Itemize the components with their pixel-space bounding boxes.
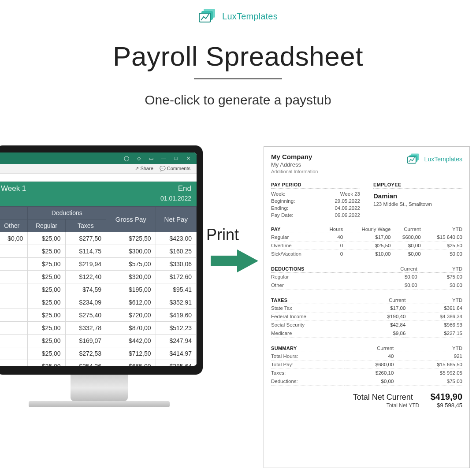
paystub-logo-text: LuxTemplates (424, 156, 462, 163)
col-gross: Gross Pay (106, 207, 156, 232)
table-row: Sick/Vacation0$10,00$0,00$0,00 (271, 250, 462, 258)
pp-week-v: Week 23 (340, 191, 360, 197)
table-row: Social Security$42,84$986,93 (271, 321, 462, 329)
table-row: State Tax$17,00$391,64 (271, 304, 462, 312)
table-row[interactable]: $25,00$219,94$575,00$330,06 (0, 258, 197, 271)
title-underline (194, 78, 282, 79)
window-minimize-icon[interactable]: — (160, 155, 167, 161)
company-info: Additional Information (271, 169, 318, 174)
table-row: Overtime0$25,50$0,00$25,50 (271, 242, 462, 250)
paystub-document: My Company My Address Additional Informa… (264, 146, 470, 468)
pay-table: PAY Hours Hourly Wage Current YTD Regula… (271, 226, 462, 258)
table-row[interactable]: $25,00$254,36$665,00$385,64 (0, 360, 197, 366)
table-row[interactable]: $25,00$272,53$712,50$414,97 (0, 347, 197, 360)
net-current-value: $419,90 (431, 392, 462, 402)
table-row: Medicare$9,86$227,15 (271, 329, 462, 338)
table-row[interactable]: $25,00$74,59$195,00$95,41 (0, 283, 197, 296)
window-close-icon[interactable]: ✕ (184, 155, 192, 161)
pp-end-v: 04.06.2022 (335, 205, 360, 211)
table-row: Federal Income$190,40$4 386,34 (271, 312, 462, 321)
svg-marker-3 (211, 249, 258, 272)
table-row: Other$0,00$0,00 (271, 281, 462, 290)
table-row: Regular40$17,00$680,00$15 640,00 (271, 233, 462, 242)
table-row[interactable]: $25,00$169,07$442,00$247,94 (0, 335, 197, 347)
user-icon: ◯ (123, 155, 130, 161)
col-group-deductions: Deductions (28, 207, 106, 219)
pp-end-k: Ending: (271, 205, 288, 211)
table-row[interactable]: $0,00$25,00$277,50$725,50$423,00 (0, 232, 197, 245)
arrow-right-icon (211, 248, 259, 274)
sheet-end-date: 01.01.2022 (160, 195, 191, 202)
net-ytd-value: $9 598,45 (437, 402, 462, 409)
pp-date-k: Pay Date: (271, 212, 294, 218)
window-restore-icon[interactable]: ▭ (147, 155, 155, 161)
comments-button[interactable]: 💬 Comments (160, 166, 190, 171)
paystub-totals: Total Net Current $419,90 Total Net YTD … (271, 392, 462, 409)
sheet-week-label: Week 1 (1, 184, 26, 193)
col-taxes: Taxes (65, 219, 106, 232)
net-ytd-label: Total Net YTD (387, 402, 419, 409)
net-current-label: Total Net Current (353, 393, 413, 402)
paystub-logo: LuxTemplates (407, 153, 462, 165)
table-row[interactable]: $25,00$275,40$720,00$419,60 (0, 309, 197, 322)
pay-period-heading: PAY PERIOD (271, 182, 360, 189)
table-row[interactable]: $25,00$114,75$300,00$160,25 (0, 245, 197, 258)
excel-titlebar: ◯ ◇ ▭ — □ ✕ (0, 152, 197, 164)
pp-week-k: Week: (271, 191, 285, 197)
company-address: My Address (271, 161, 318, 168)
share-button[interactable]: ↗ Share (135, 166, 153, 171)
print-label: Print (206, 226, 239, 244)
sheet-header: Week 1 End 01.01.2022 (0, 182, 197, 206)
pp-date-v: 06.06.2022 (335, 212, 360, 218)
taxes-table: TAXES Current YTD State Tax$17,00$391,64… (271, 297, 462, 338)
summary-table: SUMMARY Current YTD Total Hours:40921Tot… (271, 345, 462, 386)
employee-heading: EMPLOYEE (373, 182, 462, 189)
table-row[interactable]: $25,00$122,40$320,00$172,60 (0, 271, 197, 283)
brand-name: LuxTemplates (222, 11, 278, 22)
employee-address: 123 Middle St., Smalltown (373, 201, 462, 207)
excel-ribbon: ↗ Share 💬 Comments (0, 164, 197, 174)
pp-begin-k: Beginning: (271, 198, 295, 204)
sheet-end-label: End (160, 184, 191, 193)
window-maximize-icon[interactable]: □ (172, 155, 180, 161)
table-row: Deductions:$0,00$75,00 (271, 377, 462, 386)
col-other: Other (0, 219, 28, 232)
table-row: Regular$0,00$75,00 (271, 273, 462, 281)
table-row: Total Pay:$680,00$15 665,50 (271, 361, 462, 369)
company-name: My Company (271, 153, 318, 160)
pp-begin-v: 29.05.2022 (335, 198, 360, 204)
monitor-mock: ◯ ◇ ▭ — □ ✕ ↗ Share 💬 Comments Week 1 En… (0, 145, 203, 407)
brand-logo-icon (198, 8, 219, 25)
diamond-icon: ◇ (135, 155, 143, 161)
page-subtitle: One-click to generate a paystub (0, 93, 476, 108)
table-row[interactable]: $25,00$332,78$870,00$512,23 (0, 322, 197, 335)
payroll-table: Deductions Gross Pay Net Pay Other Regul… (0, 206, 197, 366)
col-regular: Regular (28, 219, 65, 232)
col-net: Net Pay (156, 207, 197, 232)
brand-block: LuxTemplates (0, 8, 476, 25)
page-title: Payroll Spreadsheet (0, 41, 476, 72)
table-row: Taxes:$260,10$5 992,05 (271, 369, 462, 377)
table-row: Total Hours:40921 (271, 352, 462, 361)
employee-name: Damian (373, 190, 462, 201)
deductions-table: DEDUCTIONS Current YTD Regular$0,00$75,0… (271, 265, 462, 290)
table-row[interactable]: $25,00$234,09$612,00$352,91 (0, 296, 197, 309)
